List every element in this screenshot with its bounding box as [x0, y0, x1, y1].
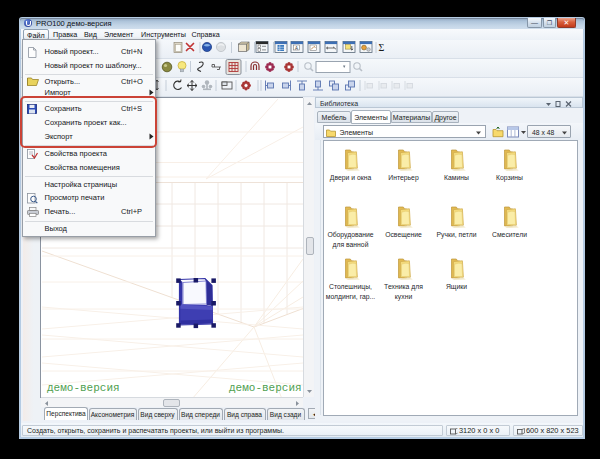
svg-text:A: A — [295, 46, 298, 51]
svg-text:Σ: Σ — [379, 42, 385, 53]
